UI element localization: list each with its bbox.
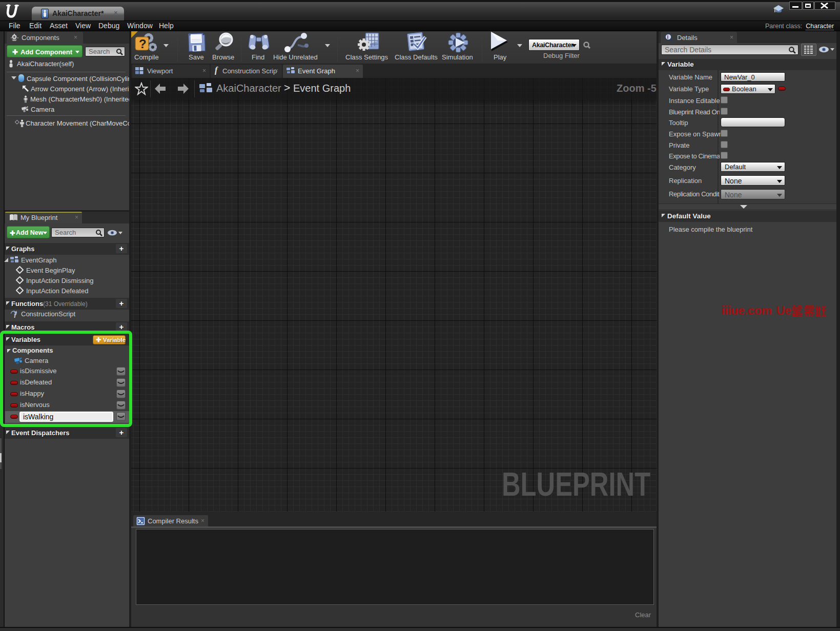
svg-text:?: ?: [139, 37, 147, 51]
svg-text:i: i: [667, 34, 669, 40]
